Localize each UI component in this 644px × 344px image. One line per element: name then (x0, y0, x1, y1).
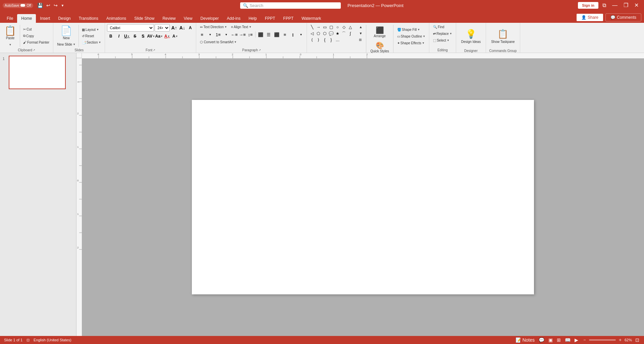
decrease-indent-button[interactable]: ←≡ (230, 31, 238, 38)
tab-design[interactable]: Design (54, 14, 74, 23)
reset-button[interactable]: ↺ Reset (80, 33, 103, 39)
clipboard-expand-icon[interactable]: ↗ (33, 49, 35, 52)
autosave-toggle[interactable]: AutoSave Off (3, 3, 33, 8)
copy-button[interactable]: ⧉ Copy (21, 33, 51, 39)
shape-star[interactable]: ★ (334, 31, 340, 37)
tab-slideshow[interactable]: Slide Show (130, 14, 158, 23)
shape-rtriangle[interactable]: ◁ (309, 31, 315, 37)
bullets-button[interactable]: ≡ (198, 31, 206, 38)
tab-view[interactable]: View (180, 14, 197, 23)
slide-canvas[interactable] (192, 100, 534, 294)
shapes-expand[interactable]: ⊞ (357, 37, 364, 43)
slide-1-thumbnail[interactable] (9, 56, 66, 89)
section-button[interactable]: 📑 Section ▼ (80, 40, 103, 45)
tab-developer[interactable]: Developer (197, 14, 223, 23)
columns-dropdown[interactable]: ▼ (297, 31, 305, 38)
grow-font-button[interactable]: A↑ (170, 24, 178, 32)
normal-view-button[interactable]: ▣ (548, 337, 553, 343)
italic-button[interactable]: I (115, 33, 122, 40)
arrange-button[interactable]: ⬛ Arrange (372, 25, 388, 39)
tab-watermark[interactable]: Watermark (298, 14, 325, 23)
minimize-button[interactable]: — (609, 1, 620, 9)
replace-button[interactable]: ⇄ Replace ▼ (431, 31, 454, 37)
redo-button[interactable]: ↪ (52, 2, 59, 9)
shape-custom2[interactable]: ∫ (347, 31, 353, 37)
shrink-font-button[interactable]: A↓ (178, 24, 186, 32)
fit-slide-icon[interactable]: ⊡ (26, 338, 30, 342)
paragraph-expand-icon[interactable]: ↗ (259, 49, 261, 52)
shape-diamond[interactable]: ◇ (341, 24, 347, 30)
char-spacing-button[interactable]: AV▼ (147, 33, 155, 40)
maximize-button[interactable]: ❐ (621, 1, 631, 9)
shape-pentagon[interactable]: ⬠ (315, 31, 321, 37)
signin-button[interactable]: Sign in (578, 2, 598, 9)
tab-help[interactable]: Help (245, 14, 261, 23)
layout-button[interactable]: ▦ Layout ▼ (80, 27, 103, 33)
customize-qat-button[interactable]: ▼ (60, 2, 66, 9)
highlight-button[interactable]: A ▼ (171, 33, 179, 40)
shape-rect[interactable]: ▭ (322, 24, 328, 30)
font-size-select[interactable]: 24+ (155, 24, 170, 32)
comments-status-button[interactable]: 💬 (538, 337, 545, 343)
format-painter-button[interactable]: 🖌 Format Painter (21, 40, 51, 45)
increase-indent-button[interactable]: →≡ (238, 31, 246, 38)
change-case-button[interactable]: Aa ▼ (155, 33, 163, 40)
reading-view-button[interactable]: 📖 (564, 337, 571, 343)
show-taskpane-button[interactable]: 📋 Show Taskpane (488, 24, 518, 48)
fit-window-button[interactable]: ⊡ (635, 337, 640, 343)
shape-line[interactable]: ╲ (309, 24, 315, 30)
shape-fill-button[interactable]: 🪣 Shape Fill ▼ (395, 27, 427, 33)
align-center-button[interactable]: ☰ (265, 31, 272, 38)
columns-button[interactable]: ⫿ (289, 31, 297, 38)
restore-button[interactable]: ⧉ (600, 1, 609, 9)
font-family-select[interactable]: Calibri (107, 24, 154, 32)
tab-transitions[interactable]: Transitions (75, 14, 102, 23)
font-color-button[interactable]: A ▼ (163, 33, 171, 40)
zoom-slider[interactable] (589, 339, 616, 341)
notes-button[interactable]: 📝 Notes (515, 337, 535, 343)
new-slide-button[interactable]: 📄 New (58, 24, 74, 42)
shape-custom5[interactable]: { (322, 37, 328, 43)
shape-more[interactable]: … (334, 37, 340, 43)
align-text-button[interactable]: ≡ Align Text ▼ (229, 24, 253, 30)
tab-fppt2[interactable]: FPPT (279, 14, 298, 23)
slideshow-button[interactable]: ▶ (574, 337, 579, 343)
align-left-button[interactable]: ⬛ (257, 31, 264, 38)
paste-dropdown[interactable]: ▼ (7, 42, 13, 47)
font-expand-icon[interactable]: ↗ (153, 49, 155, 52)
canvas-area[interactable] (82, 58, 644, 336)
underline-button[interactable]: U ▼ (123, 33, 130, 40)
tab-insert[interactable]: Insert (36, 14, 54, 23)
strikethrough-button[interactable]: S (131, 33, 139, 40)
share-button[interactable]: 👤 Share (576, 13, 603, 21)
numbering-button[interactable]: 1≡ (214, 31, 222, 38)
tab-fppt1[interactable]: FPPT (261, 14, 279, 23)
tab-animations[interactable]: Animations (102, 14, 130, 23)
clear-format-button[interactable]: A (186, 24, 194, 32)
justify-button[interactable]: ≡ (281, 31, 288, 38)
shape-outline-button[interactable]: ▭ Shape Outline ▼ (395, 34, 427, 39)
line-spacing-button[interactable]: ↕≡ (247, 31, 254, 38)
slide-sorter-button[interactable]: ⊞ (556, 337, 561, 343)
comments-button[interactable]: 💬 Comments (605, 13, 641, 21)
shape-triangle[interactable]: △ (347, 24, 353, 30)
shape-effects-button[interactable]: ✦ Shape Effects ▼ (395, 40, 427, 46)
select-button[interactable]: ⬚ Select ▼ (431, 38, 451, 43)
shape-arrow[interactable]: → (315, 24, 321, 30)
quick-styles-button[interactable]: 🎨 Quick Styles (368, 41, 391, 54)
shape-hex[interactable]: ⬡ (322, 31, 328, 37)
numbering-dropdown[interactable]: ▼ (222, 31, 230, 38)
bullets-dropdown[interactable]: ▼ (206, 31, 214, 38)
cut-button[interactable]: ✂ Cut (21, 26, 51, 32)
tab-home[interactable]: Home (17, 14, 36, 23)
find-button[interactable]: 🔍 Find (431, 24, 446, 30)
new-slide-dropdown[interactable]: New Slide ▼ (55, 42, 77, 47)
shape-custom1[interactable]: ⌒ (341, 31, 347, 37)
shape-oval[interactable]: ○ (334, 24, 340, 30)
align-right-button[interactable]: ⬛ (273, 31, 280, 38)
shape-custom3[interactable]: ⟨ (309, 37, 315, 43)
bold-button[interactable]: B (107, 33, 114, 40)
shape-callout[interactable]: 💬 (328, 31, 334, 37)
zoom-in-button[interactable]: ＋ (617, 337, 623, 343)
tab-file[interactable]: File (3, 14, 17, 23)
